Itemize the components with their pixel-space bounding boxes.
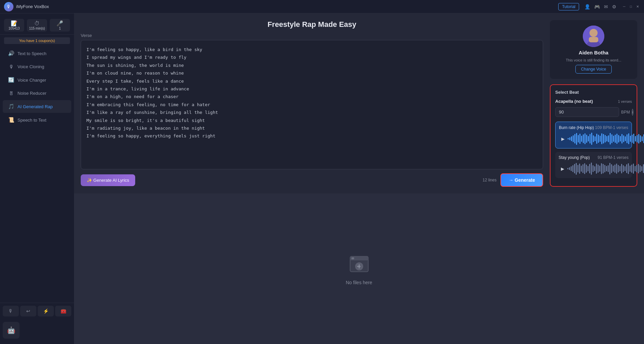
- play-btn-1[interactable]: ▶: [559, 135, 567, 143]
- beat-item-1-info: 109 BPM-1 verses: [595, 125, 628, 130]
- crossfade-btn[interactable]: ⚡: [38, 306, 54, 316]
- avatar: [583, 26, 604, 47]
- loop-btn[interactable]: ↩: [20, 306, 36, 316]
- characters-icon: 📝: [11, 20, 17, 27]
- wave-bars-2: [567, 163, 644, 175]
- verse-label: Verse: [81, 33, 543, 38]
- right-panel: Aiden Botha This voice is still finding …: [550, 20, 637, 187]
- text-to-speech-icon: 🔊: [8, 50, 14, 56]
- acapella-row: Acapella (no beat) 1 verses: [555, 99, 632, 104]
- generate-ai-lyrics-button[interactable]: ✨ Generate AI Lyrics: [81, 174, 135, 186]
- voice-cloning-icon: 🎙: [8, 64, 14, 70]
- tutorial-button[interactable]: Tutorial: [558, 3, 579, 10]
- user-icon[interactable]: 👤: [584, 4, 590, 9]
- beat-item-burn-rate[interactable]: Burn rate (Hip Hop) 109 BPM-1 verses ▶: [555, 122, 632, 148]
- beat-item-2-info: 91 BPM-1 verses: [598, 155, 629, 160]
- ai-rap-label: AI Generated Rap: [17, 104, 53, 109]
- page-title: Freestyle Rap Made Easy: [81, 20, 543, 29]
- sidebar: 📝 105413 ⏱ 115 min(s) 🎤 1 You have 1 cou…: [0, 13, 74, 344]
- beat-panel: Select Beat Acapella (no beat) 1 verses …: [550, 84, 637, 187]
- close-button[interactable]: ✕: [635, 4, 640, 9]
- voices-value: 1: [59, 27, 61, 30]
- bpm-row: BPM i: [555, 107, 632, 117]
- titlebar: 🎙 iMyFone VoxBox Tutorial 👤 🎮 ✉ ⚙ ─ □ ✕: [0, 0, 644, 13]
- minutes-value: 115 min(s): [29, 27, 45, 30]
- beat-item-2-header: Stay young (Pop) 91 BPM-1 verses: [559, 155, 629, 160]
- speech-to-text-label: Speech to Text: [17, 118, 46, 123]
- no-files-text: No files here: [346, 280, 372, 285]
- rap-editor: Freestyle Rap Made Easy Verse I'm feelin…: [81, 20, 543, 187]
- ai-rap-icon: 🎵: [8, 103, 14, 110]
- voice-cloning-label: Voice Cloning: [17, 64, 44, 69]
- stat-minutes: ⏱ 115 min(s): [27, 19, 47, 32]
- waveform-1: ▶: [559, 133, 628, 145]
- acapella-verses: 1 verses: [618, 99, 632, 103]
- voice-changer-icon: 🔄: [8, 77, 14, 83]
- beat-section-title: Select Beat: [555, 90, 632, 95]
- lines-count: 12 lines: [135, 178, 496, 182]
- maximize-button[interactable]: □: [629, 4, 633, 9]
- wave-bars-1: [568, 133, 644, 145]
- sidebar-item-voice-cloning[interactable]: 🎙 Voice Cloning: [3, 60, 71, 73]
- settings-icon[interactable]: ⚙: [612, 4, 616, 9]
- sidebar-item-text-to-speech[interactable]: 🔊 Text to Speech: [3, 47, 71, 60]
- voice-name: Aiden Botha: [579, 50, 608, 55]
- sidebar-item-ai-generated-rap[interactable]: 🎵 AI Generated Rap: [3, 100, 71, 113]
- sidebar-stats: 📝 105413 ⏱ 115 min(s) 🎤 1: [0, 16, 74, 35]
- window-controls: ─ □ ✕: [622, 4, 640, 9]
- lyrics-footer: ✨ Generate AI Lyrics 12 lines → Generate: [81, 173, 543, 187]
- voice-subtitle: This voice is still finding its word...: [566, 58, 621, 62]
- no-files-icon: [347, 252, 371, 276]
- empty-state: No files here: [74, 194, 644, 344]
- stat-characters: 📝 105413: [4, 19, 24, 32]
- svg-rect-3: [589, 37, 598, 42]
- app-name: iMyFone VoxBox: [16, 4, 558, 9]
- minutes-icon: ⏱: [34, 20, 40, 27]
- tools-btn[interactable]: 🧰: [55, 306, 71, 316]
- minimize-button[interactable]: ─: [622, 4, 627, 9]
- game-icon[interactable]: 🎮: [594, 4, 600, 9]
- generate-button[interactable]: → Generate: [500, 173, 543, 187]
- titlebar-right: Tutorial 👤 🎮 ✉ ⚙ ─ □ ✕: [558, 3, 640, 10]
- acapella-name: Acapella (no beat): [555, 99, 593, 104]
- app-logo: 🎙: [4, 2, 13, 11]
- sidebar-bottom-controls: 🎙 ↩ ⚡ 🧰: [0, 303, 74, 319]
- coupon-banner: You have 1 coupon(s): [4, 37, 70, 44]
- waveform-2: ▶: [559, 163, 629, 175]
- main-container: 📝 105413 ⏱ 115 min(s) 🎤 1 You have 1 cou…: [0, 13, 644, 344]
- lyrics-textarea[interactable]: I'm feeling so happy, like a bird in the…: [81, 40, 543, 169]
- characters-value: 105413: [8, 27, 20, 30]
- svg-point-1: [590, 29, 598, 37]
- change-voice-button[interactable]: Change Voice: [575, 65, 612, 74]
- stat-voices: 🎤 1: [50, 19, 70, 32]
- speech-to-text-icon: 📜: [8, 117, 14, 123]
- chatbot-button[interactable]: 🤖: [3, 322, 20, 339]
- microphone-btn[interactable]: 🎙: [3, 306, 19, 316]
- noise-reducer-label: Noise Reducer: [17, 91, 46, 96]
- beat-item-stay-young[interactable]: Stay young (Pop) 91 BPM-1 verses ▶: [555, 152, 632, 178]
- top-section: Freestyle Rap Made Easy Verse I'm feelin…: [74, 13, 644, 194]
- svg-rect-7: [351, 257, 354, 259]
- beat-item-2-name: Stay young (Pop): [559, 155, 590, 160]
- voice-changer-label: Voice Changer: [17, 78, 46, 83]
- bpm-input[interactable]: [555, 107, 619, 117]
- noise-reducer-icon: 🎚: [8, 90, 14, 96]
- sidebar-item-voice-changer[interactable]: 🔄 Voice Changer: [3, 74, 71, 86]
- voice-card: Aiden Botha This voice is still finding …: [550, 20, 637, 79]
- titlebar-icons: 👤 🎮 ✉ ⚙: [584, 4, 616, 9]
- sidebar-item-noise-reducer[interactable]: 🎚 Noise Reducer: [3, 87, 71, 99]
- voices-icon: 🎤: [56, 20, 63, 27]
- play-btn-2[interactable]: ▶: [559, 165, 567, 173]
- info-icon[interactable]: i: [632, 109, 633, 116]
- bpm-label: BPM: [621, 110, 630, 115]
- beat-item-1-header: Burn rate (Hip Hop) 109 BPM-1 verses: [559, 125, 628, 130]
- beat-item-1-name: Burn rate (Hip Hop): [559, 125, 594, 130]
- content-area: Freestyle Rap Made Easy Verse I'm feelin…: [74, 13, 644, 344]
- text-to-speech-label: Text to Speech: [17, 51, 46, 56]
- mail-icon[interactable]: ✉: [604, 4, 608, 9]
- sidebar-item-speech-to-text[interactable]: 📜 Speech to Text: [3, 114, 71, 126]
